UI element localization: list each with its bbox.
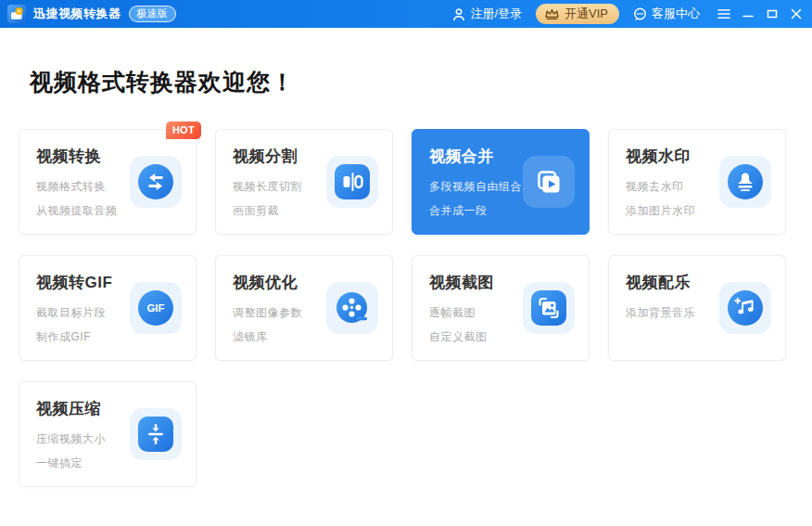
minimize-icon <box>742 8 754 19</box>
card-music-plus[interactable]: 视频配乐 添加背景音乐 <box>608 255 786 361</box>
screenshot-icon <box>523 282 575 334</box>
svg-text:GIF: GIF <box>146 302 164 314</box>
register-login-label: 注册/登录 <box>470 6 522 22</box>
card-screenshot[interactable]: 视频截图 逐帧截图自定义截图 <box>412 255 590 361</box>
main-content: 视频格式转换器欢迎您！ HOT 视频转换 视频格式转换从视频提取音频 视频分割 … <box>0 67 812 487</box>
open-vip-button[interactable]: 开通VIP <box>536 4 619 24</box>
open-vip-label: 开通VIP <box>565 6 608 22</box>
card-swap[interactable]: HOT 视频转换 视频格式转换从视频提取音频 <box>19 129 197 235</box>
crown-icon <box>544 7 560 20</box>
support-center-label: 客服中心 <box>652 6 700 22</box>
music-plus-icon <box>719 282 771 334</box>
card-film-reel[interactable]: 视频优化 调整图像参数滤镜库 <box>215 255 393 361</box>
merge-icon <box>523 156 575 208</box>
hamburger-icon <box>717 8 730 19</box>
hot-badge: HOT <box>166 122 201 139</box>
menu-button[interactable] <box>717 6 730 21</box>
card-stamp[interactable]: 视频水印 视频去水印添加图片水印 <box>608 129 786 235</box>
page-title: 视频格式转换器欢迎您！ <box>30 67 793 97</box>
card-compress[interactable]: 视频压缩 压缩视频大小一键搞定 <box>19 381 197 487</box>
minimize-button[interactable] <box>742 6 755 21</box>
music-plus-icon <box>727 289 764 327</box>
split-icon <box>334 163 371 200</box>
maximize-icon <box>767 8 778 19</box>
titlebar: 迅捷视频转换器 极速版 注册/登录 开通VIP 客服中心 <box>0 0 812 28</box>
card-gif[interactable]: 视频转GIF 截取目标片段制作成GIF GIF <box>19 255 197 361</box>
maximize-button[interactable] <box>766 6 779 21</box>
edition-badge: 极速版 <box>129 6 176 22</box>
app-title: 迅捷视频转换器 <box>33 6 121 22</box>
close-icon <box>791 8 802 19</box>
gif-icon: GIF <box>130 282 182 334</box>
feature-grid: HOT 视频转换 视频格式转换从视频提取音频 视频分割 视频长度切割画面剪裁 视… <box>19 129 793 487</box>
card-split[interactable]: 视频分割 视频长度切割画面剪裁 <box>215 129 393 235</box>
chat-bubble-icon <box>633 7 647 21</box>
merge-icon <box>530 163 567 200</box>
window-controls <box>717 6 803 21</box>
swap-icon <box>130 156 182 208</box>
screenshot-icon <box>530 289 567 327</box>
titlebar-left: 迅捷视频转换器 极速版 <box>7 5 176 23</box>
swap-icon <box>137 163 174 200</box>
close-button[interactable] <box>790 6 803 21</box>
support-center-button[interactable]: 客服中心 <box>633 6 700 22</box>
compress-icon <box>137 416 174 453</box>
compress-icon <box>130 408 182 460</box>
titlebar-right: 注册/登录 开通VIP 客服中心 <box>452 4 803 24</box>
stamp-icon <box>727 163 764 200</box>
film-reel-icon <box>326 282 378 334</box>
register-login-button[interactable]: 注册/登录 <box>452 6 522 22</box>
card-merge[interactable]: 视频合并 多段视频自由组合合并成一段 <box>412 129 590 235</box>
user-icon <box>452 7 465 21</box>
stamp-icon <box>719 156 771 208</box>
split-icon <box>326 156 378 208</box>
app-logo-icon <box>7 5 26 23</box>
film-reel-icon <box>334 289 371 327</box>
gif-icon: GIF <box>137 289 174 327</box>
